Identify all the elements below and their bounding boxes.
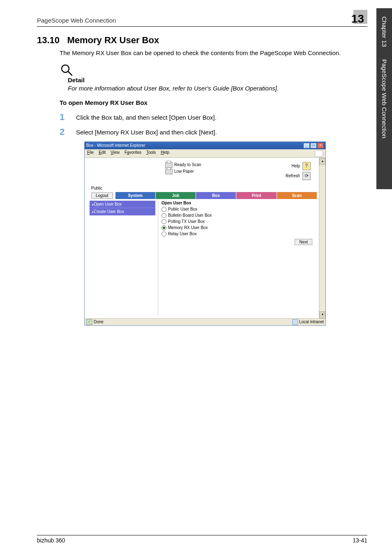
browser-screenshot: Box - Microsoft Internet Explorer _ ▭ × … bbox=[84, 141, 326, 326]
step-2-text: Select [Memory RX User Box] and then cli… bbox=[76, 127, 217, 137]
menu-bar: File Edit View Favorites Tools Help bbox=[85, 149, 325, 158]
zone-indicator: Local intranet bbox=[292, 319, 324, 325]
radio-icon[interactable] bbox=[161, 207, 166, 212]
tab-system[interactable]: System bbox=[115, 192, 155, 199]
section-heading: 13.10 Memory RX User Box bbox=[37, 35, 367, 46]
status-lowpaper: Low Paper bbox=[174, 169, 194, 174]
minimize-button[interactable]: _ bbox=[303, 143, 310, 148]
refresh-button[interactable]: ⟳ bbox=[302, 172, 311, 180]
nav-open-user-box[interactable]: Open User Box bbox=[90, 201, 155, 208]
radio-label-relay: Relay User Box bbox=[168, 232, 196, 236]
menu-file[interactable]: File bbox=[87, 150, 94, 157]
menu-view[interactable]: View bbox=[111, 150, 120, 157]
radio-polling-user-box[interactable]: Polling TX User Box bbox=[161, 219, 315, 224]
maximize-button[interactable]: ▭ bbox=[310, 143, 317, 148]
step-1: 1 Click the Box tab, and then select [Op… bbox=[60, 112, 367, 123]
printer-icon bbox=[165, 169, 173, 174]
page-header: PageScope Web Connection 13 bbox=[37, 12, 367, 27]
close-button[interactable]: × bbox=[317, 143, 324, 148]
step-1-number: 1 bbox=[60, 112, 76, 123]
printer-icon bbox=[165, 162, 173, 168]
vertical-scrollbar[interactable]: ▴ ▾ bbox=[319, 158, 325, 318]
footer-model: bizhub 360 bbox=[37, 537, 65, 544]
zone-label: Local intranet bbox=[299, 320, 324, 324]
help-label: Help bbox=[291, 164, 300, 168]
radio-relay-user-box[interactable]: Relay User Box bbox=[161, 232, 315, 236]
tab-bar: Logout System Job Box Print Scan bbox=[87, 192, 317, 199]
tab-print[interactable]: Print bbox=[236, 192, 276, 199]
sub-heading: To open Memory RX User Box bbox=[60, 99, 367, 106]
detail-text: For more information about User Box, ref… bbox=[68, 84, 367, 93]
page-footer: bizhub 360 13-41 bbox=[37, 535, 367, 544]
done-icon: ✓ bbox=[86, 319, 92, 325]
section-intro: The Memory RX User Box can be opened to … bbox=[60, 49, 367, 57]
window-titlebar: Box - Microsoft Internet Explorer _ ▭ × bbox=[85, 142, 325, 149]
radio-memory-user-box[interactable]: Memory RX User Box bbox=[161, 225, 315, 230]
menu-favorites[interactable]: Favorites bbox=[125, 150, 141, 157]
step-1-text: Click the Box tab, and then select [Open… bbox=[76, 112, 217, 123]
chapter-number: 13 bbox=[351, 12, 364, 25]
menu-tools[interactable]: Tools bbox=[146, 150, 156, 157]
tab-scan[interactable]: Scan bbox=[277, 192, 317, 199]
radio-icon[interactable] bbox=[161, 213, 166, 218]
section-title: Memory RX User Box bbox=[67, 35, 159, 45]
radio-icon[interactable] bbox=[161, 225, 166, 230]
status-ready: Ready to Scan bbox=[174, 162, 201, 167]
radio-icon[interactable] bbox=[161, 219, 166, 224]
menu-edit[interactable]: Edit bbox=[99, 150, 106, 157]
user-label: Public bbox=[91, 186, 317, 190]
tab-box[interactable]: Box bbox=[196, 192, 236, 199]
device-status: Ready to Scan Low Paper bbox=[165, 162, 201, 175]
detail-label: Detail bbox=[68, 76, 367, 83]
menu-help[interactable]: Help bbox=[161, 150, 169, 157]
content-pane: Open User Box Public User Box Bulletin B… bbox=[158, 201, 315, 316]
logout-button[interactable]: Logout bbox=[91, 192, 113, 199]
scroll-up-icon[interactable]: ▴ bbox=[319, 158, 325, 165]
step-2-number: 2 bbox=[60, 127, 76, 137]
ie-logo-icon bbox=[315, 150, 323, 157]
browser-status-bar: ✓ Done Local intranet bbox=[85, 318, 325, 325]
radio-label-public: Public User Box bbox=[168, 207, 197, 211]
radio-bulletin-user-box[interactable]: Bulletin Board User Box bbox=[161, 213, 315, 218]
radio-icon[interactable] bbox=[161, 232, 166, 236]
intranet-icon bbox=[292, 319, 298, 325]
next-button[interactable]: Next bbox=[295, 239, 312, 245]
status-done: Done bbox=[94, 320, 104, 324]
help-button[interactable]: ? bbox=[302, 162, 311, 170]
radio-public-user-box[interactable]: Public User Box bbox=[161, 207, 315, 212]
nav-create-user-box[interactable]: Create User Box bbox=[90, 208, 155, 215]
footer-page: 13-41 bbox=[353, 537, 367, 544]
step-2: 2 Select [Memory RX User Box] and then c… bbox=[60, 127, 367, 137]
page-body: Ready to Scan Low Paper Help ? Refresh ⟳ bbox=[85, 158, 325, 318]
section-number: 13.10 bbox=[37, 35, 60, 45]
radio-label-bulletin: Bulletin Board User Box bbox=[168, 213, 212, 218]
left-nav: Open User Box Create User Box bbox=[90, 201, 155, 316]
pane-title: Open User Box bbox=[161, 201, 315, 205]
chapter-number-box: 13 bbox=[348, 12, 367, 25]
radio-label-polling: Polling TX User Box bbox=[168, 219, 205, 224]
svg-line-1 bbox=[68, 72, 72, 75]
refresh-label: Refresh bbox=[286, 174, 300, 178]
window-controls: _ ▭ × bbox=[303, 143, 324, 148]
scroll-down-icon[interactable]: ▾ bbox=[319, 311, 325, 318]
header-title: PageScope Web Connection bbox=[37, 17, 116, 24]
radio-label-memory: Memory RX User Box bbox=[168, 225, 208, 230]
tab-job[interactable]: Job bbox=[156, 192, 196, 199]
window-title: Box - Microsoft Internet Explorer bbox=[86, 143, 145, 148]
